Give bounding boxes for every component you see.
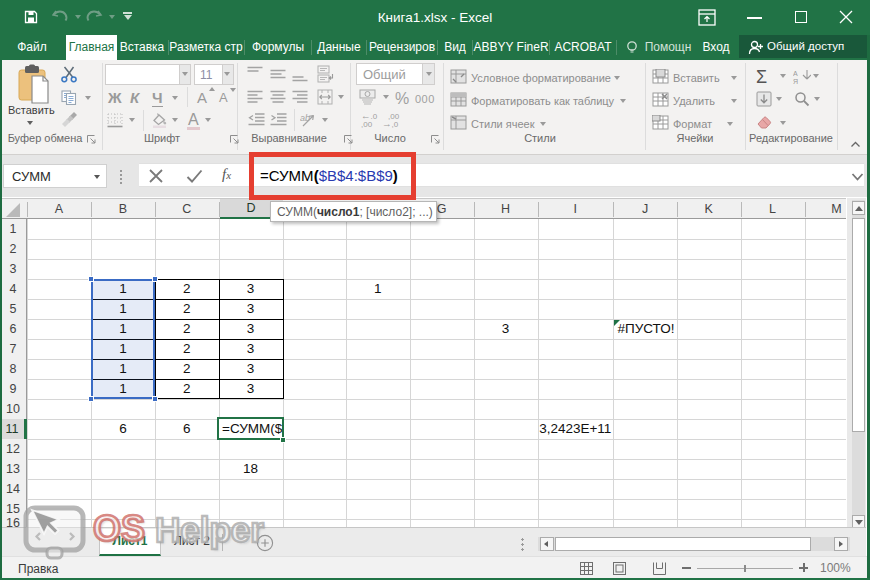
svg-text:А: А	[793, 70, 798, 77]
svg-text:ab: ab	[300, 113, 310, 123]
svg-text:Я: Я	[793, 78, 798, 85]
